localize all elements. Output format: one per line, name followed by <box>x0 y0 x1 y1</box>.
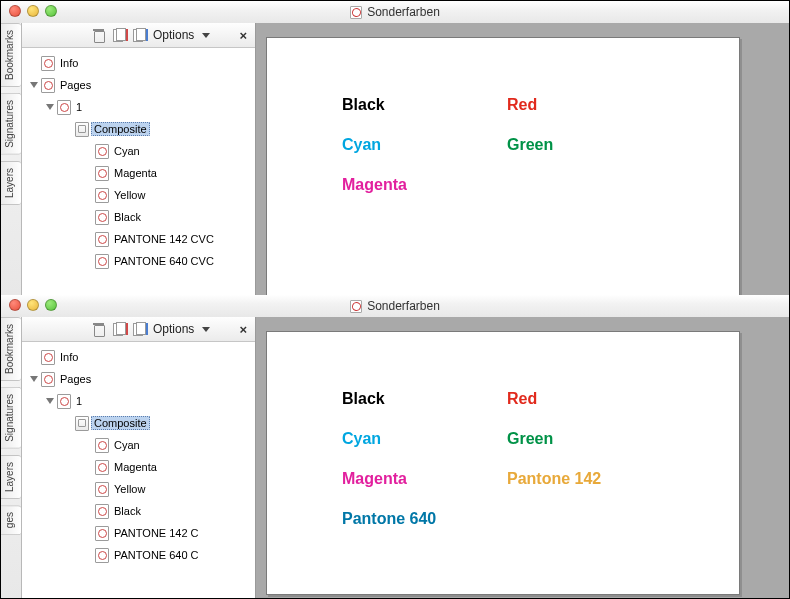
side-tab-layers[interactable]: Layers <box>1 161 21 205</box>
disclosure-triangle-icon[interactable] <box>46 398 54 404</box>
bookmark-label: Black <box>114 505 141 517</box>
side-tab-bookmarks[interactable]: Bookmarks <box>1 23 21 87</box>
bookmark-label: Black <box>114 211 141 223</box>
side-tabs: BookmarksSignaturesLayers <box>1 23 22 295</box>
bookmarks-panel: Options × Info Pages 1 Composite Cyan Ma… <box>22 23 256 295</box>
page-icon <box>41 350 55 365</box>
tree-sep-4[interactable]: PANTONE 142 C <box>22 522 255 544</box>
tree-info[interactable]: Info <box>22 346 255 368</box>
page-icon <box>95 438 109 453</box>
swatch-text: Green <box>507 136 553 154</box>
tree-composite[interactable]: Composite <box>22 412 255 434</box>
tree-pages[interactable]: Pages <box>22 74 255 96</box>
disclosure-triangle-icon[interactable] <box>30 82 38 88</box>
page-icon <box>41 78 55 93</box>
panel-toolbar: Options × <box>22 317 255 342</box>
titlebar[interactable]: Sonderfarben <box>1 1 789 24</box>
tree-sep-4[interactable]: PANTONE 142 CVC <box>22 228 255 250</box>
tree-page-1[interactable]: 1 <box>22 390 255 412</box>
bookmarks-panel: Options × Info Pages 1 Composite Cyan Ma… <box>22 317 256 598</box>
bookmark-label: Composite <box>91 122 150 136</box>
close-panel-button[interactable]: × <box>237 28 249 43</box>
window-title-text: Sonderfarben <box>367 299 440 313</box>
bookmark-label: Composite <box>91 416 150 430</box>
page-icon <box>95 460 109 475</box>
chevron-down-icon <box>202 33 210 38</box>
trash-icon[interactable] <box>92 322 107 337</box>
swatch-text: Magenta <box>342 470 407 488</box>
tree-sep-0[interactable]: Cyan <box>22 140 255 162</box>
document-viewport[interactable]: BlackCyanMagentaPantone 640RedGreenPanto… <box>256 317 789 598</box>
tree-page-1[interactable]: 1 <box>22 96 255 118</box>
side-tab-bookmarks[interactable]: Bookmarks <box>1 317 21 381</box>
bookmark-label: Yellow <box>114 483 145 495</box>
page-icon <box>95 188 109 203</box>
side-tab-ges[interactable]: ges <box>1 505 21 535</box>
new-bookmark-from-structure-icon[interactable] <box>133 322 147 336</box>
tree-sep-5[interactable]: PANTONE 640 CVC <box>22 250 255 272</box>
bookmark-label: PANTONE 640 CVC <box>114 255 214 267</box>
bookmark-label: Cyan <box>114 145 140 157</box>
tree-info[interactable]: Info <box>22 52 255 74</box>
tree-sep-2[interactable]: Yellow <box>22 184 255 206</box>
bookmark-tree[interactable]: Info Pages 1 Composite Cyan Magenta Yell… <box>22 342 255 598</box>
side-tab-layers[interactable]: Layers <box>1 455 21 499</box>
page-icon <box>41 372 55 387</box>
page-icon <box>95 504 109 519</box>
document-viewport[interactable]: BlackCyanMagentaRedGreen <box>256 23 789 295</box>
disclosure-triangle-icon[interactable] <box>46 104 54 110</box>
page-icon <box>75 416 89 431</box>
tree-sep-0[interactable]: Cyan <box>22 434 255 456</box>
options-menu[interactable]: Options <box>153 28 194 42</box>
close-panel-button[interactable]: × <box>237 322 249 337</box>
swatch-text: Magenta <box>342 176 407 194</box>
bookmark-label: 1 <box>76 395 82 407</box>
swatch-text: Red <box>507 390 537 408</box>
disclosure-triangle-icon[interactable] <box>30 376 38 382</box>
page-icon <box>95 482 109 497</box>
bookmark-label: Info <box>60 57 78 69</box>
document-page: BlackCyanMagentaRedGreen <box>266 37 740 295</box>
swatch-text: Pantone 640 <box>342 510 436 528</box>
bookmark-label: Info <box>60 351 78 363</box>
bookmark-label: PANTONE 640 C <box>114 549 199 561</box>
bookmark-label: PANTONE 142 C <box>114 527 199 539</box>
swatch-text: Black <box>342 390 385 408</box>
window-title: Sonderfarben <box>1 1 789 23</box>
swatch-text: Black <box>342 96 385 114</box>
window-title-text: Sonderfarben <box>367 5 440 19</box>
swatch-text: Pantone 142 <box>507 470 601 488</box>
side-tabs: BookmarksSignaturesLayersges <box>1 317 22 598</box>
tree-pages[interactable]: Pages <box>22 368 255 390</box>
bookmark-label: Yellow <box>114 189 145 201</box>
swatch-text: Green <box>507 430 553 448</box>
pdf-icon <box>350 300 362 313</box>
bookmark-label: Magenta <box>114 461 157 473</box>
tree-sep-1[interactable]: Magenta <box>22 162 255 184</box>
options-menu[interactable]: Options <box>153 322 194 336</box>
window-top: Sonderfarben BookmarksSignaturesLayers O… <box>1 1 789 295</box>
tree-sep-2[interactable]: Yellow <box>22 478 255 500</box>
tree-sep-1[interactable]: Magenta <box>22 456 255 478</box>
new-bookmark-from-structure-icon[interactable] <box>133 28 147 42</box>
side-tab-signatures[interactable]: Signatures <box>1 93 21 155</box>
trash-icon[interactable] <box>92 28 107 43</box>
page-icon <box>95 254 109 269</box>
titlebar[interactable]: Sonderfarben <box>1 295 789 318</box>
new-bookmark-icon[interactable] <box>113 322 127 336</box>
page-icon <box>41 56 55 71</box>
bookmark-tree[interactable]: Info Pages 1 Composite Cyan Magenta Yell… <box>22 48 255 295</box>
page-icon <box>95 526 109 541</box>
tree-composite[interactable]: Composite <box>22 118 255 140</box>
page-icon <box>95 210 109 225</box>
bookmark-label: Magenta <box>114 167 157 179</box>
tree-sep-3[interactable]: Black <box>22 206 255 228</box>
app-frame: Sonderfarben BookmarksSignaturesLayers O… <box>0 0 790 599</box>
document-page: BlackCyanMagentaPantone 640RedGreenPanto… <box>266 331 740 595</box>
tree-sep-5[interactable]: PANTONE 640 C <box>22 544 255 566</box>
bookmark-label: PANTONE 142 CVC <box>114 233 214 245</box>
side-tab-signatures[interactable]: Signatures <box>1 387 21 449</box>
tree-sep-3[interactable]: Black <box>22 500 255 522</box>
page-icon <box>95 548 109 563</box>
new-bookmark-icon[interactable] <box>113 28 127 42</box>
